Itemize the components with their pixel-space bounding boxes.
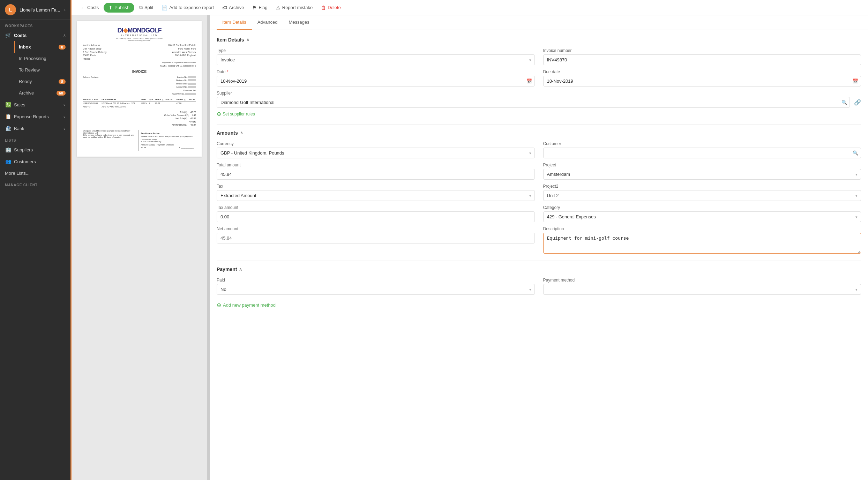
panel-content: Item Details ∧ Type Invoice number bbox=[210, 30, 868, 315]
sidebar-item-customers[interactable]: 👥 Customers bbox=[0, 156, 70, 167]
content-area: DI◆MONDGOLF INTERNATIONAL LTD Tel: +44 (… bbox=[72, 15, 868, 480]
doc-remittance: Remittance Advice Please detach and retu… bbox=[139, 130, 196, 151]
net-amount-input[interactable] bbox=[217, 233, 535, 243]
sidebar-header[interactable]: L Lionel's Lemon Fa... › bbox=[0, 0, 70, 20]
costs-icon: 🛒 bbox=[5, 32, 11, 38]
item-details-section-header: Item Details ∧ bbox=[217, 37, 861, 43]
invoice-number-label: Invoice number bbox=[543, 48, 861, 53]
add-payment-method-button[interactable]: ⊕ Add new payment method bbox=[217, 302, 861, 308]
due-date-input[interactable] bbox=[543, 76, 861, 87]
chevron-down-icon: ∨ bbox=[63, 115, 66, 119]
payment-method-input[interactable] bbox=[543, 284, 861, 295]
tax-label: Tax bbox=[217, 184, 535, 189]
project-input[interactable] bbox=[543, 169, 861, 180]
divider bbox=[217, 261, 861, 261]
sidebar-item-expense-reports[interactable]: 📋 Expense Reports ∨ bbox=[0, 111, 70, 122]
project-group: Project bbox=[543, 163, 861, 180]
sidebar-item-in-processing[interactable]: In Processing bbox=[14, 53, 70, 64]
sidebar-item-label: More Lists... bbox=[5, 171, 66, 176]
type-input[interactable] bbox=[217, 54, 535, 65]
bank-icon: 🏦 bbox=[5, 126, 11, 131]
invoice-number-input[interactable] bbox=[543, 54, 861, 65]
category-group: Category bbox=[543, 205, 861, 222]
sidebar-item-archive[interactable]: Archive 60 bbox=[14, 87, 70, 99]
search-icon[interactable]: 🔍 bbox=[853, 150, 858, 156]
chevron-down-icon: ∨ bbox=[63, 127, 66, 130]
currency-select-wrap bbox=[217, 148, 535, 158]
type-label: Type bbox=[217, 48, 535, 53]
publish-button[interactable]: ⬆ Publish bbox=[104, 3, 134, 13]
tab-messages[interactable]: Messages bbox=[283, 15, 315, 30]
item-details-form: Type Invoice number Date bbox=[217, 48, 861, 117]
search-icon[interactable]: 🔍 bbox=[841, 100, 847, 105]
expense-reports-icon: 📋 bbox=[5, 114, 11, 119]
publish-label: Publish bbox=[114, 5, 129, 10]
date-input-wrap: 📅 bbox=[217, 76, 535, 87]
customer-input[interactable] bbox=[543, 148, 861, 158]
doc-logo: DI◆MONDGOLF INTERNATIONAL LTD Tel: +44 (… bbox=[83, 27, 196, 42]
due-date-group: Due date 📅 bbox=[543, 69, 861, 87]
report-mistake-button[interactable]: ⚠ Report mistake bbox=[272, 3, 316, 13]
back-label: Costs bbox=[87, 5, 99, 10]
sidebar-item-label: To Review bbox=[19, 67, 66, 73]
tax-amount-input[interactable] bbox=[217, 211, 535, 222]
lists-label: LISTS bbox=[0, 134, 70, 144]
set-supplier-rules-button[interactable]: ⊕ Set supplier rules bbox=[217, 111, 861, 117]
sales-icon: 💹 bbox=[5, 102, 11, 107]
sidebar-item-label: Sales bbox=[14, 102, 60, 107]
add-expense-button[interactable]: 📄 Add to expense report bbox=[158, 3, 217, 13]
sidebar-item-to-review[interactable]: To Review bbox=[14, 64, 70, 76]
currency-input[interactable] bbox=[217, 148, 535, 158]
main-area: ← Costs ⬆ Publish ⧉ Split 📄 Add to expen… bbox=[72, 0, 868, 480]
flag-button[interactable]: ⚑ Flag bbox=[249, 3, 271, 13]
total-amount-input[interactable] bbox=[217, 169, 535, 180]
table-row: ADDTO ADD TO ADD TO ADD TO bbox=[83, 105, 196, 108]
back-icon: ← bbox=[81, 5, 85, 10]
split-button[interactable]: ⧉ Split bbox=[136, 2, 157, 13]
archive-button[interactable]: 🏷 Archive bbox=[219, 3, 247, 13]
section-chevron-icon: ∧ bbox=[239, 267, 242, 272]
sidebar-item-more-lists[interactable]: More Lists... bbox=[0, 167, 70, 179]
sidebar-item-bank[interactable]: 🏦 Bank ∨ bbox=[0, 122, 70, 134]
tab-advanced[interactable]: Advanced bbox=[252, 15, 283, 30]
tax-input[interactable] bbox=[217, 190, 535, 201]
sidebar-item-sales[interactable]: 💹 Sales ∨ bbox=[0, 99, 70, 111]
project-label: Project bbox=[543, 163, 861, 167]
project-select-wrap bbox=[543, 169, 861, 180]
date-input[interactable] bbox=[217, 76, 535, 87]
supplier-input[interactable] bbox=[217, 97, 850, 108]
calendar-icon[interactable]: 📅 bbox=[526, 78, 532, 84]
ready-badge: 8 bbox=[59, 79, 66, 84]
workspaces-label: WORKSPACES bbox=[0, 20, 70, 29]
payment-method-label: Payment method bbox=[543, 278, 861, 283]
sidebar-item-suppliers[interactable]: 🏢 Suppliers bbox=[0, 144, 70, 156]
costs-submenu: Inbox 8 In Processing To Review Ready 8 … bbox=[0, 41, 70, 99]
description-group: Description Equipment for mini-golf cour… bbox=[543, 226, 861, 254]
manage-client-label: MANAGE CLIENT bbox=[0, 179, 70, 188]
sidebar-item-inbox[interactable]: Inbox 8 bbox=[14, 41, 70, 53]
category-input[interactable] bbox=[543, 211, 861, 222]
invoice-number-group: Invoice number bbox=[543, 48, 861, 65]
total-amount-group: Total amount bbox=[217, 163, 535, 180]
add-payment-label: Add new payment method bbox=[223, 302, 276, 308]
back-button[interactable]: ← Costs bbox=[77, 3, 102, 13]
supplier-row: 🔍 🔗 bbox=[217, 97, 861, 108]
flag-icon: ⚑ bbox=[252, 5, 257, 10]
tax-amount-label: Tax amount bbox=[217, 205, 535, 210]
calendar-icon[interactable]: 📅 bbox=[853, 78, 858, 84]
description-textarea[interactable]: Equipment for mini-golf course bbox=[543, 233, 861, 254]
doc-address-left: Invoice AddressGolf Repair Shop9 Rue Cla… bbox=[83, 44, 107, 68]
sidebar-item-costs[interactable]: 🛒 Costs ∧ bbox=[0, 29, 70, 41]
section-chevron-icon: ∧ bbox=[246, 37, 249, 42]
warning-icon: ⚠ bbox=[276, 5, 280, 10]
delete-button[interactable]: 🗑 Delete bbox=[317, 3, 344, 13]
tab-item-details[interactable]: Item Details bbox=[217, 15, 252, 30]
set-rules-label: Set supplier rules bbox=[223, 112, 255, 117]
payment-method-group: Payment method bbox=[543, 278, 861, 295]
paid-input[interactable] bbox=[217, 284, 535, 295]
project2-label: Project2 bbox=[543, 184, 861, 189]
amounts-section-header: Amounts ∧ bbox=[217, 130, 861, 136]
sidebar-item-ready[interactable]: Ready 8 bbox=[14, 76, 70, 87]
project2-input[interactable] bbox=[543, 190, 861, 201]
link-icon[interactable]: 🔗 bbox=[854, 99, 861, 106]
